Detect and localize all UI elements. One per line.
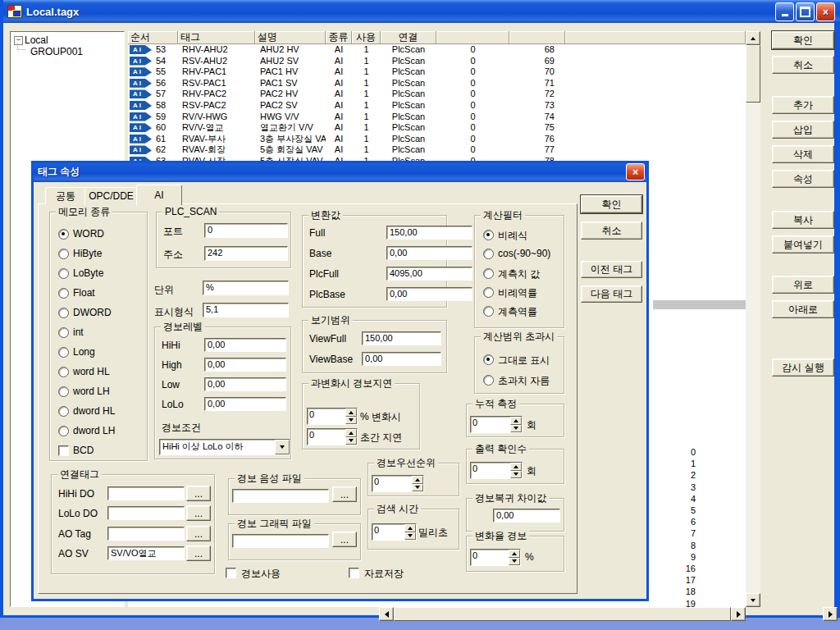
background-number: 7 bbox=[660, 527, 696, 539]
table-cell: 열교환기 V/V bbox=[260, 122, 326, 134]
table-row[interactable]: AI61RVAV-부사3층 부사장실 VAAI1PlcScan076 bbox=[128, 134, 746, 145]
close-button[interactable]: × bbox=[816, 2, 835, 21]
tab-ai[interactable]: AI bbox=[136, 185, 182, 205]
table-header-cell[interactable]: 태그 bbox=[178, 31, 255, 44]
table-row[interactable]: AI57RHV-PAC2PAC2 HVAI1PlcScan072 bbox=[128, 89, 746, 100]
table-row[interactable]: AI54RSV-AHU2AHU2 SVAI1PlcScan069 bbox=[128, 56, 746, 67]
table-cell: 0 bbox=[436, 78, 509, 89]
table-header-cell[interactable]: 연결 bbox=[381, 31, 436, 44]
ai-tag-icon: AI bbox=[130, 45, 152, 54]
table-header-cell[interactable] bbox=[565, 31, 746, 44]
table-cell: 77 bbox=[509, 144, 555, 156]
vscroll-up-button[interactable] bbox=[746, 31, 760, 45]
dialog-button-3[interactable]: 이전 태그 bbox=[581, 261, 642, 278]
hscroll-left-button[interactable] bbox=[379, 607, 394, 621]
table-cell: RV/V-HWG bbox=[182, 112, 254, 123]
table-cell: AI bbox=[326, 112, 352, 123]
table-header-cell[interactable]: 설명 bbox=[255, 31, 326, 44]
table-row[interactable]: AI53RHV-AHU2AHU2 HVAI1PlcScan068 bbox=[128, 44, 746, 56]
arrow-up-icon bbox=[751, 37, 756, 40]
table-cell: RVAV-회장 bbox=[182, 144, 254, 156]
dialog-titlebar: 태그 속성 bbox=[31, 161, 649, 182]
side-button-2[interactable]: 취소 bbox=[772, 56, 834, 74]
caption-buttons: × bbox=[774, 2, 835, 21]
dialog-title: 태그 속성 bbox=[38, 165, 80, 179]
table-cell: HWG V/V bbox=[260, 112, 326, 123]
table-cell: PAC1 HV bbox=[260, 66, 326, 78]
side-button-1[interactable]: 확인 bbox=[772, 31, 834, 49]
side-button-7[interactable]: 복사 bbox=[772, 211, 834, 229]
table-header-cell[interactable]: 종류 bbox=[326, 31, 352, 44]
tree-item-group001[interactable]: GROUP001 bbox=[30, 46, 83, 57]
dialog-button-1[interactable]: 확인 bbox=[581, 195, 642, 213]
hscroll-thumb[interactable] bbox=[394, 607, 731, 621]
table-cell: 1 bbox=[352, 134, 381, 145]
close-icon: × bbox=[632, 166, 639, 178]
arrow-right-icon bbox=[737, 611, 741, 618]
minimize-button[interactable] bbox=[775, 2, 794, 21]
table-row[interactable]: AI59RV/V-HWGHWG V/VAI1PlcScan074 bbox=[128, 112, 746, 123]
vscroll-thumb[interactable] bbox=[746, 45, 760, 103]
table-cell: AI bbox=[326, 122, 352, 134]
close-icon: × bbox=[823, 7, 829, 18]
vscroll-down-button[interactable] bbox=[746, 593, 760, 607]
tab-opc-dde[interactable]: OPC/DDE bbox=[84, 187, 138, 204]
table-cell: 0 bbox=[436, 89, 509, 100]
table-cell: PlcScan bbox=[381, 144, 436, 156]
table-cell: PAC2 HV bbox=[260, 89, 326, 100]
dialog-button-2[interactable]: 취소 bbox=[581, 221, 642, 240]
dialog-button-4[interactable]: 다음 태그 bbox=[581, 285, 642, 303]
tree-item-local[interactable]: Local bbox=[25, 34, 48, 46]
side-button-3[interactable]: 추가 bbox=[772, 96, 834, 114]
tab-공통[interactable]: 공통 bbox=[45, 187, 86, 204]
background-number: 17 bbox=[660, 574, 696, 586]
table-cell: 1 bbox=[352, 122, 381, 134]
background-number: 16 bbox=[660, 563, 696, 574]
table-row[interactable]: AI60RV/V-열교열교환기 V/VAI1PlcScan075 bbox=[128, 122, 746, 134]
side-button-10[interactable]: 아래로 bbox=[772, 300, 834, 318]
table-cell: 76 bbox=[509, 134, 555, 145]
table-cell: PlcScan bbox=[381, 56, 436, 67]
table-header-cell[interactable]: 사용 bbox=[352, 31, 381, 44]
table-vscrollbar[interactable] bbox=[746, 31, 760, 607]
table-cell: 1 bbox=[352, 144, 381, 156]
ai-tag-icon: AI bbox=[130, 135, 152, 144]
table-cell: AI bbox=[326, 144, 352, 156]
table-row[interactable]: AI58RSV-PAC2PAC2 SVAI1PlcScan073 bbox=[128, 100, 746, 112]
table-cell: 1 bbox=[352, 66, 381, 78]
ai-tag-icon: AI bbox=[130, 57, 152, 66]
table-cell: 69 bbox=[509, 56, 555, 67]
background-number: 6 bbox=[660, 516, 696, 527]
table-cell: RHV-AHU2 bbox=[182, 44, 254, 56]
side-button-8[interactable]: 붙여넣기 bbox=[772, 235, 834, 253]
background-number: 2 bbox=[660, 469, 696, 481]
background-number: 4 bbox=[660, 493, 696, 504]
dialog-tab-page bbox=[38, 203, 578, 594]
table-cell: RHV-PAC1 bbox=[182, 66, 254, 78]
table-selected-strip bbox=[653, 300, 746, 309]
maximize-button[interactable] bbox=[796, 2, 815, 21]
table-cell: RSV-PAC2 bbox=[182, 100, 254, 112]
panel-hscroll-right-button[interactable] bbox=[823, 607, 838, 621]
side-button-11[interactable]: 감시 실행 bbox=[772, 358, 834, 377]
arrow-left-icon bbox=[385, 611, 389, 618]
table-cell: 59 bbox=[156, 112, 177, 123]
table-row[interactable]: AI56RSV-PAC1PAC1 SVAI1PlcScan071 bbox=[128, 78, 746, 89]
side-button-6[interactable]: 속성 bbox=[772, 170, 834, 188]
side-button-4[interactable]: 삽입 bbox=[772, 121, 834, 139]
side-button-9[interactable]: 위로 bbox=[772, 276, 834, 294]
dialog-close-button[interactable]: × bbox=[626, 163, 645, 180]
side-button-5[interactable]: 삭제 bbox=[772, 145, 834, 163]
table-cell: RSV-PAC1 bbox=[182, 78, 254, 89]
table-cell: AI bbox=[326, 89, 352, 100]
hscroll-right-button[interactable] bbox=[731, 607, 746, 621]
table-header-cell[interactable] bbox=[436, 31, 509, 44]
table-row[interactable]: AI55RHV-PAC1PAC1 HVAI1PlcScan070 bbox=[128, 66, 746, 78]
ai-tag-icon: AI bbox=[130, 67, 152, 76]
table-cell: 60 bbox=[156, 122, 177, 134]
background-number: 1 bbox=[660, 458, 696, 469]
table-header-cell[interactable] bbox=[509, 31, 565, 44]
table-row[interactable]: AI62RVAV-회장5층 회장실 VAVAI1PlcScan077 bbox=[128, 144, 746, 156]
table-header-cell[interactable]: 순서 bbox=[128, 31, 178, 44]
table-cell: AI bbox=[326, 134, 352, 145]
